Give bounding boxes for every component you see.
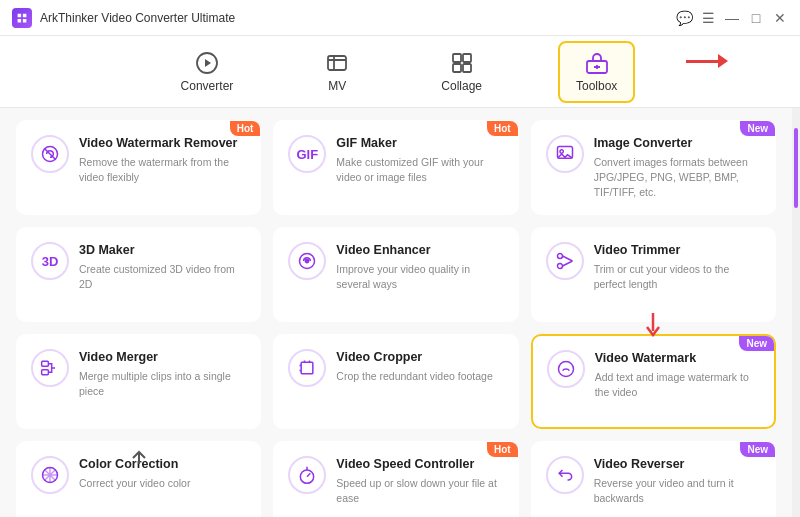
app-icon <box>12 8 32 28</box>
svg-rect-2 <box>453 54 461 62</box>
badge-image-converter: New <box>740 121 775 136</box>
card-icon-3d-maker: 3D <box>31 242 69 280</box>
nav-item-toolbox[interactable]: Toolbox <box>558 41 635 103</box>
scrollbar[interactable] <box>792 108 800 517</box>
card-icon-video-watermark <box>547 350 585 388</box>
card-icon-video-reverser <box>546 456 584 494</box>
app-title: ArkThinker Video Converter Ultimate <box>40 11 235 25</box>
nav-label-mv: MV <box>328 79 346 93</box>
tool-card-video-reverser[interactable]: New Video Reverser Reverse your video an… <box>531 441 776 517</box>
tool-card-video-watermark-remover[interactable]: Hot Video Watermark Remover Remove the w… <box>16 120 261 215</box>
svg-point-12 <box>306 259 309 262</box>
tool-card-color-correction[interactable]: Color Correction Correct your video colo… <box>16 441 261 517</box>
badge-video-speed-controller: Hot <box>487 442 518 457</box>
svg-point-10 <box>560 150 563 153</box>
card-desc-image-converter: Convert images formats between JPG/JPEG,… <box>594 155 761 199</box>
card-title-video-reverser: Video Reverser <box>594 456 761 472</box>
chat-button[interactable]: 💬 <box>676 10 692 26</box>
card-title-video-watermark: Video Watermark <box>595 350 760 366</box>
card-title-video-speed-controller: Video Speed Controller <box>336 456 503 472</box>
card-desc-video-speed-controller: Speed up or slow down your file at ease <box>336 476 503 505</box>
badge-video-watermark-remover: Hot <box>230 121 261 136</box>
card-title-video-cropper: Video Cropper <box>336 349 503 365</box>
card-title-color-correction: Color Correction <box>79 456 246 472</box>
card-title-3d-maker: 3D Maker <box>79 242 246 258</box>
card-desc-3d-maker: Create customized 3D video from 2D <box>79 262 246 291</box>
maximize-button[interactable]: □ <box>748 10 764 26</box>
svg-rect-1 <box>328 56 346 70</box>
card-icon-image-converter <box>546 135 584 173</box>
nav-label-toolbox: Toolbox <box>576 79 617 93</box>
tool-card-video-speed-controller[interactable]: Hot Video Speed Controller Speed up or s… <box>273 441 518 517</box>
tool-card-video-watermark[interactable]: New Video Watermark Add text and image w… <box>531 334 776 429</box>
svg-rect-5 <box>463 64 471 72</box>
card-title-gif-maker: GIF Maker <box>336 135 503 151</box>
card-icon-gif-maker: GIF <box>288 135 326 173</box>
card-icon-video-enhancer <box>288 242 326 280</box>
card-title-image-converter: Image Converter <box>594 135 761 151</box>
tool-card-3d-maker[interactable]: 3D 3D Maker Create customized 3D video f… <box>16 227 261 322</box>
badge-gif-maker: Hot <box>487 121 518 136</box>
title-bar: ArkThinker Video Converter Ultimate 💬 ☰ … <box>0 0 800 36</box>
card-icon-video-merger <box>31 349 69 387</box>
nav-item-mv[interactable]: MV <box>309 43 365 101</box>
card-desc-video-merger: Merge multiple clips into a single piece <box>79 369 246 398</box>
card-desc-video-trimmer: Trim or cut your videos to the perfect l… <box>594 262 761 291</box>
nav-bar: Converter MV Collage Toolbox <box>0 36 800 108</box>
card-icon-color-correction <box>31 456 69 494</box>
card-desc-video-cropper: Crop the redundant video footage <box>336 369 503 384</box>
svg-rect-3 <box>463 54 471 62</box>
badge-video-watermark: New <box>739 336 774 351</box>
card-title-video-watermark-remover: Video Watermark Remover <box>79 135 246 151</box>
nav-item-collage[interactable]: Collage <box>425 43 498 101</box>
svg-point-19 <box>301 470 314 483</box>
tools-grid: Hot Video Watermark Remover Remove the w… <box>0 108 792 517</box>
tool-card-gif-maker[interactable]: Hot GIF GIF Maker Make customized GIF wi… <box>273 120 518 215</box>
card-title-video-trimmer: Video Trimmer <box>594 242 761 258</box>
nav-label-converter: Converter <box>181 79 234 93</box>
card-desc-color-correction: Correct your video color <box>79 476 246 491</box>
nav-label-collage: Collage <box>441 79 482 93</box>
svg-point-13 <box>557 264 562 269</box>
nav-item-converter[interactable]: Converter <box>165 43 250 101</box>
card-desc-video-watermark: Add text and image watermark to the vide… <box>595 370 760 399</box>
tool-card-video-merger[interactable]: Video Merger Merge multiple clips into a… <box>16 334 261 429</box>
card-icon-video-trimmer <box>546 242 584 280</box>
card-desc-video-enhancer: Improve your video quality in several wa… <box>336 262 503 291</box>
card-title-video-enhancer: Video Enhancer <box>336 242 503 258</box>
tool-card-video-enhancer[interactable]: Video Enhancer Improve your video qualit… <box>273 227 518 322</box>
card-icon-video-speed-controller <box>288 456 326 494</box>
card-desc-gif-maker: Make customized GIF with your video or i… <box>336 155 503 184</box>
tool-card-video-cropper[interactable]: Video Cropper Crop the redundant video f… <box>273 334 518 429</box>
card-icon-video-cropper <box>288 349 326 387</box>
svg-rect-17 <box>301 362 313 374</box>
svg-rect-15 <box>42 361 49 366</box>
svg-rect-16 <box>42 370 49 375</box>
card-desc-video-watermark-remover: Remove the watermark from the video flex… <box>79 155 246 184</box>
minimize-button[interactable]: — <box>724 10 740 26</box>
tool-card-image-converter[interactable]: New Image Converter Convert images forma… <box>531 120 776 215</box>
menu-button[interactable]: ☰ <box>700 10 716 26</box>
svg-rect-4 <box>453 64 461 72</box>
svg-point-14 <box>557 254 562 259</box>
card-title-video-merger: Video Merger <box>79 349 246 365</box>
card-icon-video-watermark-remover <box>31 135 69 173</box>
scrollbar-thumb <box>794 128 798 208</box>
badge-video-reverser: New <box>740 442 775 457</box>
close-button[interactable]: ✕ <box>772 10 788 26</box>
card-desc-video-reverser: Reverse your video and turn it backwards <box>594 476 761 505</box>
tool-card-video-trimmer[interactable]: Video Trimmer Trim or cut your videos to… <box>531 227 776 322</box>
